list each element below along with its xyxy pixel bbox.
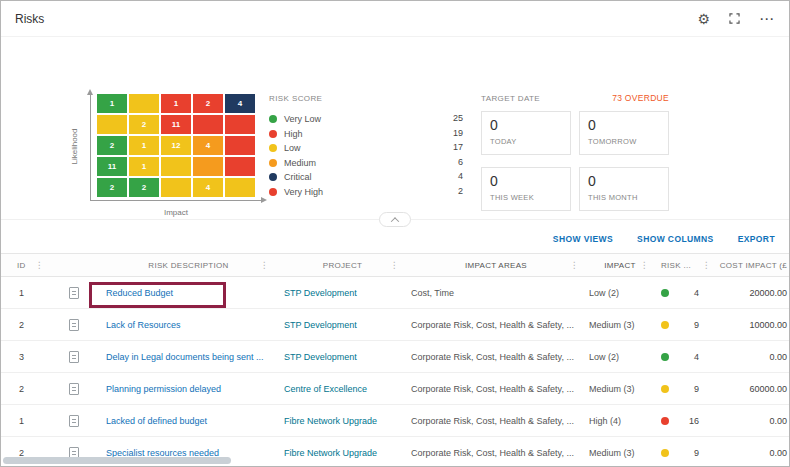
column-menu-icon[interactable]: ⋮: [390, 261, 399, 270]
risk-id: 2: [1, 320, 56, 330]
legend-item[interactable]: Low: [269, 141, 323, 156]
matrix-cell[interactable]: 12: [161, 136, 191, 155]
column-header[interactable]: IMPACT AREAS⋮: [401, 261, 581, 270]
column-menu-icon[interactable]: ⋮: [702, 261, 711, 270]
risk-id: 2: [1, 448, 56, 458]
overdue-badge[interactable]: 73 OVERDUE: [612, 93, 669, 103]
matrix-cell[interactable]: [97, 115, 127, 134]
legend-count: 17: [435, 140, 463, 155]
matrix-cell[interactable]: 1: [161, 94, 191, 113]
legend-dot: [269, 173, 277, 181]
matrix-cell[interactable]: 1: [129, 136, 159, 155]
matrix-cell[interactable]: 2: [129, 115, 159, 134]
titlebar-actions: ⚙ ⋯: [697, 11, 775, 26]
project-link[interactable]: STP Development: [284, 288, 357, 298]
column-header-label: PROJECT: [323, 261, 362, 270]
toolbar-link-show-columns[interactable]: SHOW COLUMNS: [637, 234, 714, 244]
matrix-cell[interactable]: [193, 157, 223, 176]
open-item-icon[interactable]: [69, 415, 79, 427]
matrix-cell[interactable]: 1: [129, 157, 159, 176]
impact-axis: [90, 200, 262, 201]
open-item-icon[interactable]: [69, 383, 79, 395]
matrix-cell[interactable]: [193, 115, 223, 134]
legend-item[interactable]: High: [269, 127, 323, 142]
legend-item[interactable]: Very Low: [269, 112, 323, 127]
legend-item[interactable]: Very High: [269, 185, 323, 200]
matrix-cell[interactable]: 11: [97, 157, 127, 176]
risk-description-link[interactable]: Delay in Legal documents being sent ...: [106, 352, 264, 362]
matrix-cell[interactable]: 2: [97, 136, 127, 155]
column-menu-icon[interactable]: ⋮: [260, 260, 269, 270]
risk-score-dot: [661, 321, 669, 329]
matrix-cell[interactable]: [225, 136, 255, 155]
matrix-cell[interactable]: 2: [193, 94, 223, 113]
column-menu-icon[interactable]: ⋮: [35, 260, 44, 270]
column-header[interactable]: ID⋮: [1, 261, 56, 270]
matrix-cell[interactable]: 4: [193, 178, 223, 197]
risk-description-link[interactable]: Reduced Budget: [106, 288, 173, 298]
risk-score: 16: [689, 416, 699, 426]
impact-value: Medium (3): [581, 384, 651, 394]
risk-score: 4: [694, 288, 699, 298]
column-header[interactable]: RISK ...⋮: [651, 261, 713, 270]
column-header-label: ID: [17, 261, 26, 270]
open-item-icon[interactable]: [69, 287, 79, 299]
risk-score-dot: [661, 353, 669, 361]
impact-value: Medium (3): [581, 320, 651, 330]
matrix-cell[interactable]: 4: [225, 94, 255, 113]
matrix-cell[interactable]: 4: [193, 136, 223, 155]
matrix-cell[interactable]: 1: [97, 94, 127, 113]
table-row[interactable]: 2Planning permission delayedCentre of Ex…: [1, 373, 789, 405]
matrix-cell[interactable]: [225, 157, 255, 176]
table-header: ID⋮RISK DESCRIPTION⋮PROJECT⋮IMPACT AREAS…: [1, 253, 789, 277]
table-row[interactable]: 1Lacked of defined budgetFibre Network U…: [1, 405, 789, 437]
legend-item[interactable]: Critical: [269, 170, 323, 185]
matrix-cell[interactable]: 2: [97, 178, 127, 197]
risk-id: 3: [1, 352, 56, 362]
risk-description-link[interactable]: Lacked of defined budget: [106, 416, 207, 426]
risk-description-link[interactable]: Planning permission delayed: [106, 384, 221, 394]
collapse-toggle[interactable]: [379, 212, 411, 227]
legend-counts: 251917642: [435, 111, 463, 198]
column-header[interactable]: IMPACT⋮: [581, 261, 651, 270]
table-row[interactable]: 1Reduced BudgetSTP DevelopmentCost, Time…: [1, 277, 789, 309]
open-item-icon[interactable]: [69, 319, 79, 331]
project-link[interactable]: Fibre Network Upgrade: [284, 448, 377, 458]
horizontal-scrollbar[interactable]: [3, 457, 231, 464]
column-header-label: IMPACT AREAS: [465, 261, 527, 270]
impact-value: Low (2): [581, 288, 651, 298]
legend-title: RISK SCORE: [269, 94, 323, 103]
column-header[interactable]: RISK DESCRIPTION⋮: [91, 261, 271, 270]
project-link[interactable]: Centre of Excellence: [284, 384, 367, 394]
impact-areas: Corporate Risk, Cost, Health & Safety, .…: [401, 320, 581, 330]
more-icon[interactable]: ⋯: [759, 11, 775, 26]
legend-count: 19: [435, 126, 463, 141]
column-menu-icon[interactable]: ⋮: [640, 261, 649, 270]
impact-value: Low (2): [581, 352, 651, 362]
project-link[interactable]: STP Development: [284, 352, 357, 362]
matrix-cell[interactable]: [129, 94, 159, 113]
matrix-cell[interactable]: 2: [129, 178, 159, 197]
column-header[interactable]: PROJECT⋮: [271, 261, 401, 270]
legend-item[interactable]: Medium: [269, 156, 323, 171]
toolbar-link-show-views[interactable]: SHOW VIEWS: [553, 234, 613, 244]
toolbar-link-export[interactable]: EXPORT: [738, 234, 775, 244]
column-header[interactable]: COST IMPACT (£: [713, 261, 790, 270]
risk-description-link[interactable]: Specialist resources needed: [106, 448, 219, 458]
matrix-cell[interactable]: [225, 178, 255, 197]
table-row[interactable]: 3Delay in Legal documents being sent ...…: [1, 341, 789, 373]
matrix-cell[interactable]: 11: [161, 115, 191, 134]
column-menu-icon[interactable]: ⋮: [570, 261, 579, 270]
likelihood-axis: [90, 94, 91, 200]
fit-screen-icon[interactable]: [728, 12, 741, 25]
open-item-icon[interactable]: [69, 351, 79, 363]
matrix-cell[interactable]: [161, 157, 191, 176]
project-link[interactable]: Fibre Network Upgrade: [284, 416, 377, 426]
matrix-cell[interactable]: [225, 115, 255, 134]
matrix-cell[interactable]: [161, 178, 191, 197]
settings-icon[interactable]: ⚙: [697, 12, 710, 26]
cost-impact: 10000.00: [713, 320, 790, 330]
risk-description-link[interactable]: Lack of Resources: [106, 320, 181, 330]
table-row[interactable]: 2Lack of ResourcesSTP DevelopmentCorpora…: [1, 309, 789, 341]
project-link[interactable]: STP Development: [284, 320, 357, 330]
